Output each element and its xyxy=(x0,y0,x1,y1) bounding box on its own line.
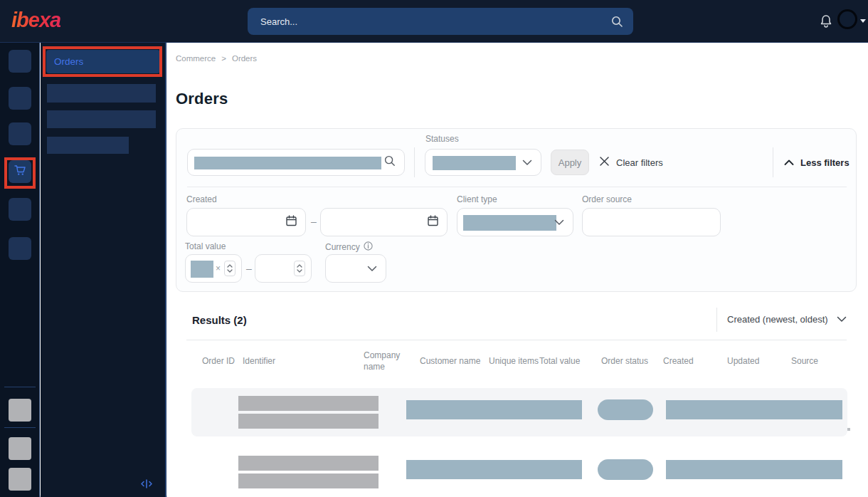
rail-item-commerce[interactable] xyxy=(9,160,31,183)
rail-bottom-item-2[interactable] xyxy=(9,437,31,460)
col-customer-name[interactable]: Customer name xyxy=(420,355,489,367)
identifier-placeholder xyxy=(238,396,379,429)
table-row[interactable] xyxy=(191,388,847,436)
filter-search-input[interactable] xyxy=(187,149,405,176)
chevron-down-icon xyxy=(554,216,564,229)
rail-item-6[interactable] xyxy=(9,237,31,260)
statuses-label: Statuses xyxy=(425,134,459,144)
total-value-min-input[interactable]: × xyxy=(185,254,242,283)
currency-select[interactable] xyxy=(325,254,386,283)
user-menu-caret-icon[interactable] xyxy=(860,19,866,23)
rail-divider xyxy=(4,387,36,387)
chevron-down-icon xyxy=(522,156,532,169)
number-stepper[interactable] xyxy=(224,261,235,276)
order-status-badge xyxy=(598,399,653,420)
dates-placeholder xyxy=(666,400,842,419)
total-value-max-input[interactable] xyxy=(255,254,312,283)
col-identifier[interactable]: Identifier xyxy=(243,355,364,367)
rail-item-2[interactable] xyxy=(9,87,31,110)
apply-button[interactable]: Apply xyxy=(551,150,589,175)
value-range-separator: – xyxy=(246,263,252,274)
total-value-label: Total value xyxy=(185,241,226,251)
sidebar-item-placeholder[interactable] xyxy=(47,110,156,128)
global-search-input[interactable]: Search... xyxy=(248,8,633,35)
rail-item-1[interactable] xyxy=(9,50,31,73)
created-to-input[interactable] xyxy=(320,208,448,236)
search-icon[interactable] xyxy=(611,16,623,28)
sidebar-item-orders-label: Orders xyxy=(54,56,83,67)
currency-label: Currency xyxy=(325,242,360,252)
rail-divider xyxy=(4,427,36,428)
search-icon[interactable] xyxy=(384,155,396,169)
col-company-name[interactable]: Company name xyxy=(364,350,420,372)
rail-bottom-item-1[interactable] xyxy=(9,399,31,422)
customer-placeholder xyxy=(406,400,582,419)
customer-placeholder xyxy=(406,460,582,479)
less-filters-button[interactable]: Less filters xyxy=(784,150,850,175)
ibexa-logo[interactable]: ibexa xyxy=(11,9,60,32)
clear-filters-label: Clear filters xyxy=(616,157,663,168)
top-bar: ibexa Search... xyxy=(0,0,868,43)
filter-search-value-placeholder xyxy=(194,157,381,169)
col-unique-items[interactable]: Unique items xyxy=(489,355,539,367)
sort-label: Created (newest, oldest) xyxy=(727,314,828,325)
secondary-sidebar: Orders xyxy=(41,43,166,497)
main-content: Commerce > Orders Orders Statuses xyxy=(167,43,868,497)
sort-dropdown[interactable]: Created (newest, oldest) xyxy=(727,314,847,325)
breadcrumb: Commerce > Orders xyxy=(176,54,257,63)
notifications-bell-icon[interactable] xyxy=(820,14,832,31)
rail-item-3[interactable] xyxy=(9,122,31,145)
close-icon xyxy=(599,156,610,169)
created-label: Created xyxy=(186,194,217,204)
col-total-value[interactable]: Total value xyxy=(539,355,601,367)
client-type-value-placeholder xyxy=(463,215,556,231)
apply-button-label: Apply xyxy=(559,157,582,168)
global-search-placeholder: Search... xyxy=(260,16,611,27)
chevron-down-icon xyxy=(837,314,847,325)
chevron-down-icon xyxy=(367,262,377,275)
order-status-badge xyxy=(598,459,653,480)
chevron-up-icon xyxy=(784,157,794,168)
less-filters-label: Less filters xyxy=(800,157,850,168)
collapse-sidebar-icon[interactable] xyxy=(139,478,154,492)
shopping-cart-icon xyxy=(13,163,27,180)
app-window: ibexa Search... xyxy=(0,0,868,497)
col-source[interactable]: Source xyxy=(791,355,847,367)
page-title: Orders xyxy=(176,90,228,108)
order-source-input[interactable] xyxy=(582,208,721,236)
rail-item-5[interactable] xyxy=(9,198,31,221)
scroll-artifact xyxy=(847,428,850,431)
table-header-row: Order ID Identifier Company name Custome… xyxy=(191,347,847,375)
col-order-id[interactable]: Order ID xyxy=(202,355,243,367)
number-stepper[interactable] xyxy=(294,261,305,276)
breadcrumb-separator: > xyxy=(221,54,226,63)
currency-label-wrap: Currency xyxy=(325,241,373,253)
filter-divider xyxy=(773,147,773,177)
filter-divider xyxy=(414,147,415,177)
info-icon[interactable] xyxy=(364,241,373,253)
results-header-divider xyxy=(186,340,847,340)
user-avatar[interactable] xyxy=(837,9,857,29)
col-updated[interactable]: Updated xyxy=(727,355,791,367)
statuses-select[interactable] xyxy=(425,149,541,176)
col-order-status[interactable]: Order status xyxy=(601,355,663,367)
total-value-min-placeholder xyxy=(191,261,213,278)
clear-value-icon[interactable]: × xyxy=(216,263,221,273)
order-source-label: Order source xyxy=(582,194,632,204)
calendar-icon[interactable] xyxy=(427,215,439,230)
sidebar-item-placeholder[interactable] xyxy=(47,84,156,103)
sidebar-item-placeholder[interactable] xyxy=(47,137,129,154)
sidebar-item-orders[interactable]: Orders xyxy=(46,50,160,73)
created-from-input[interactable] xyxy=(186,208,306,236)
client-type-select[interactable] xyxy=(457,208,573,236)
calendar-icon[interactable] xyxy=(285,215,297,230)
date-range-separator: – xyxy=(311,216,317,227)
clear-filters-button[interactable]: Clear filters xyxy=(599,150,663,175)
client-type-label: Client type xyxy=(457,194,497,204)
rail-bottom-item-3[interactable] xyxy=(9,468,31,491)
breadcrumb-commerce[interactable]: Commerce xyxy=(176,54,216,63)
statuses-value-placeholder xyxy=(433,156,516,170)
col-created[interactable]: Created xyxy=(663,355,727,367)
table-row[interactable] xyxy=(191,448,847,496)
breadcrumb-orders[interactable]: Orders xyxy=(232,54,257,63)
